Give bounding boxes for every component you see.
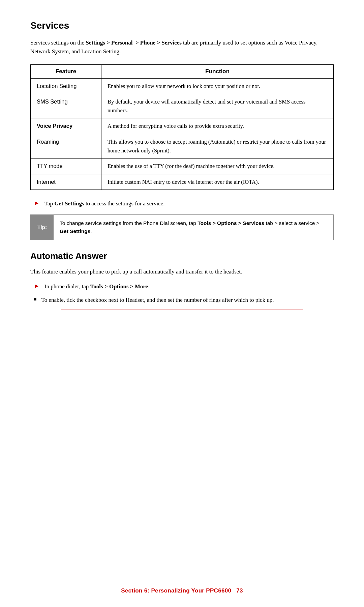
services-heading: Services — [30, 20, 334, 31]
table-row: Voice Privacy A method for encrypting vo… — [31, 118, 334, 134]
square-icon: ■ — [34, 297, 36, 302]
function-tty-mode: Enables the use of a TTY (for the deaf) … — [101, 158, 334, 174]
footer-section-text: Section 6: Personalizing Your PPC6600 — [121, 587, 231, 594]
feature-sms-setting: SMS Setting — [31, 94, 101, 118]
automatic-answer-intro: This feature enables your phone to pick … — [30, 267, 334, 276]
arrow-icon: ► — [34, 200, 40, 207]
feature-roaming: Roaming — [31, 134, 101, 158]
table-header-feature: Feature — [31, 64, 101, 78]
table-row: SMS Setting By default, your device will… — [31, 94, 334, 118]
feature-location-setting: Location Setting — [31, 78, 101, 94]
tip-box: Tip: To change service settings from the… — [30, 214, 334, 240]
table-row: Location Setting Enables you to allow yo… — [31, 78, 334, 94]
enable-checkbox-text: To enable, tick the checkbox next to Hea… — [41, 296, 274, 305]
feature-tty-mode: TTY mode — [31, 158, 101, 174]
function-location-setting: Enables you to allow your network to loc… — [101, 78, 334, 94]
function-roaming: This allows you to choose to accept roam… — [101, 134, 334, 158]
table-row: Roaming This allows you to choose to acc… — [31, 134, 334, 158]
phone-dialer-text: In phone dialer, tap Tools > Options > M… — [44, 282, 149, 291]
automatic-answer-heading: Automatic Answer — [30, 251, 334, 261]
table-row: TTY mode Enables the use of a TTY (for t… — [31, 158, 334, 174]
feature-internet: Internet — [31, 174, 101, 190]
phone-dialer-bullet: ► In phone dialer, tap Tools > Options >… — [34, 282, 334, 291]
get-settings-text: Tap Get Settings to access the settings … — [44, 199, 165, 208]
enable-checkbox-bullet: ■ To enable, tick the checkbox next to H… — [34, 296, 334, 305]
tip-content: To change service settings from the Phon… — [54, 215, 333, 240]
footer-page-number: 73 — [236, 587, 243, 594]
function-voice-privacy: A method for encrypting voice calls to p… — [101, 118, 334, 134]
table-row: Internet Initiate custom NAI entry to de… — [31, 174, 334, 190]
page-footer: Section 6: Personalizing Your PPC6600 73 — [0, 587, 364, 594]
feature-voice-privacy: Voice Privacy — [31, 118, 101, 134]
arrow-icon-2: ► — [34, 283, 40, 290]
services-intro: Services settings on the Settings > Pers… — [30, 38, 334, 56]
function-internet: Initiate custom NAI entry to device via … — [101, 174, 334, 190]
services-table: Feature Function Location Setting Enable… — [30, 64, 334, 190]
footer-divider — [61, 310, 303, 310]
get-settings-bullet: ► Tap Get Settings to access the setting… — [34, 199, 334, 208]
function-sms-setting: By default, your device will automatical… — [101, 94, 334, 118]
table-header-function: Function — [101, 64, 334, 78]
tip-label: Tip: — [31, 215, 54, 240]
